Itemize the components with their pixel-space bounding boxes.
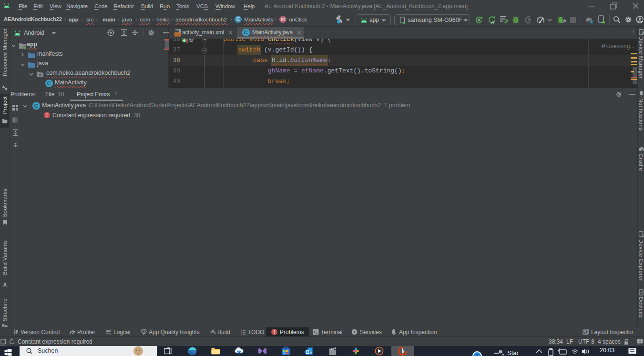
svg-text:<>: <> (175, 32, 180, 37)
svg-text:A: A (491, 20, 494, 24)
svg-text:?: ? (475, 353, 479, 356)
